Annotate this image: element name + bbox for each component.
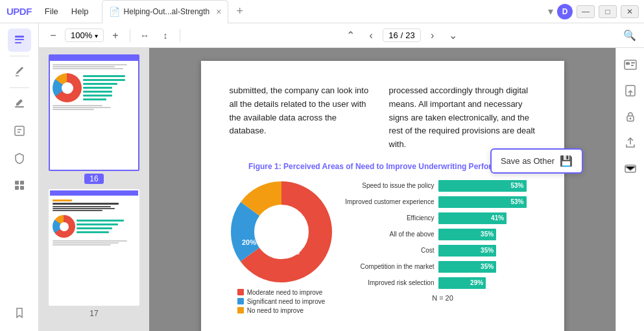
svg-text:20%: 20% [241,238,256,246]
figure-title: Figure 1: Perceived Areas of Need to Imp… [230,162,536,171]
svg-text:15%: 15% [274,211,288,219]
bar-row-6: Improved risk selection 29% [344,277,542,289]
svg-point-22 [629,118,631,120]
sidebar-divider [10,56,29,56]
svg-rect-19 [631,65,634,66]
bar-pct-5: 35% [481,263,494,270]
share-icon[interactable] [620,132,641,153]
fit-page-btn[interactable]: ↕ [156,27,174,45]
svg-rect-7 [15,186,19,190]
bar-row-5: Competition in the market 35% [344,261,542,273]
thumb-17[interactable]: 17 [49,189,139,319]
pdf-text-right: processed accordingly through digital me… [389,86,535,149]
highlight-icon[interactable] [8,60,31,84]
n-label: N = 20 [344,294,542,302]
pdf-page: submitted, the company can look into all… [201,61,564,331]
bar-pct-1: 53% [510,198,523,205]
bar-pct-6: 29% [470,279,483,286]
thumb-16-label: 16 [84,174,103,184]
help-menu[interactable]: Help [65,4,95,19]
svg-rect-3 [15,106,24,108]
bar-label-0: Speed to issue the policy [344,182,435,189]
svg-rect-0 [15,36,24,38]
right-sidebar [615,48,644,331]
tab-close-btn[interactable]: × [216,6,221,17]
dropdown-btn[interactable]: ▾ [548,5,553,17]
current-page: 16 [388,30,398,40]
svg-rect-2 [15,42,21,43]
thumb-17-label: 17 [84,308,103,319]
svg-rect-18 [631,62,635,63]
bar-pct-0: 53% [510,182,523,189]
close-btn[interactable]: ✕ [621,5,639,18]
donut-chart: 15% 20% 65% [230,180,333,284]
tab-active[interactable]: 📄 Helping-Out...al-Strength × [102,0,229,23]
edit-icon[interactable] [8,92,31,115]
bar-pct-4: 35% [481,247,494,254]
lock-icon[interactable] [620,106,641,127]
toolbar: − 100% ▾ + ↔ ↕ ⌃ ‹ 16 / 23 › ⌄ [39,23,644,48]
form-icon[interactable] [8,119,31,143]
extract-icon[interactable] [620,80,641,101]
page-prev-btn[interactable]: ‹ [362,27,380,45]
svg-text:65%: 65% [282,247,299,257]
svg-rect-1 [15,39,24,40]
bar-label-1: Improved customer experience [344,198,435,205]
total-pages: 23 [405,30,414,40]
bar-label-6: Improved risk selection [344,279,435,286]
pdf-icon: 📄 [109,6,120,17]
bookmark-icon[interactable] [8,301,31,325]
bar-pct-3: 35% [481,231,494,238]
page-next-btn[interactable]: › [423,27,442,45]
save-as-other-btn[interactable]: Save as Other 💾 [490,148,583,174]
bar-label-4: Cost [344,247,435,254]
minimize-btn[interactable]: — [577,5,595,18]
svg-rect-4 [15,126,24,135]
bar-label-5: Competition in the market [344,263,435,270]
svg-rect-6 [20,181,24,185]
sidebar-divider-2 [10,87,29,88]
bar-row-3: All of the above 35% [344,229,542,240]
new-tab-btn[interactable]: + [232,3,247,19]
bar-row-4: Cost 35% [344,245,542,257]
bar-pct-2: 41% [491,214,504,222]
bar-row-2: Efficiency 41% [344,212,542,224]
save-as-other-label: Save as Other [501,156,555,166]
legend-moderate: Moderate need to improve [247,289,323,296]
page-display[interactable]: 16 / 23 [383,29,421,42]
svg-rect-8 [20,186,24,190]
mail-icon[interactable] [620,158,641,179]
zoom-value-display[interactable]: 100% ▾ [65,29,104,42]
page-top-btn[interactable]: ⌃ [341,27,359,45]
page-bottom-btn[interactable]: ⌄ [444,27,462,45]
zoom-out-btn[interactable]: − [44,27,62,45]
avatar: D [557,4,573,19]
read-icon[interactable] [8,29,31,52]
maximize-btn[interactable]: □ [599,5,617,18]
thumbnail-panel: 16 [39,48,149,331]
pdf-text-left: submitted, the company can look into all… [230,86,369,135]
bar-label-3: All of the above [344,231,435,238]
tab-title: Helping-Out...al-Strength [124,7,210,16]
svg-rect-5 [15,181,19,185]
bars-section: Speed to issue the policy 53% Improved c… [344,180,542,302]
left-sidebar [0,23,39,331]
updf-logo: UPDF [0,6,38,17]
zoom-in-btn[interactable]: + [106,27,125,45]
search-btn[interactable]: 🔍 [621,27,639,45]
legend-significant: Significant need to improve [247,298,326,305]
pdf-main-view: submitted, the company can look into all… [149,48,615,331]
fit-width-btn[interactable]: ↔ [136,27,154,45]
donut-legend: Moderate need to improve Significant nee… [237,289,326,314]
toolbar-separator-1 [130,29,130,42]
ocr-icon[interactable] [620,54,641,75]
toolbar-separator-2 [180,29,180,42]
layers-icon[interactable] [8,174,31,197]
thumb-16[interactable]: 16 [49,54,139,184]
save-as-other-icon: 💾 [560,155,573,167]
bar-row-0: Speed to issue the policy 53% [344,180,542,192]
file-menu[interactable]: File [38,4,65,19]
bar-label-2: Efficiency [344,214,435,222]
svg-rect-16 [625,60,636,69]
protect-icon[interactable] [8,146,31,170]
